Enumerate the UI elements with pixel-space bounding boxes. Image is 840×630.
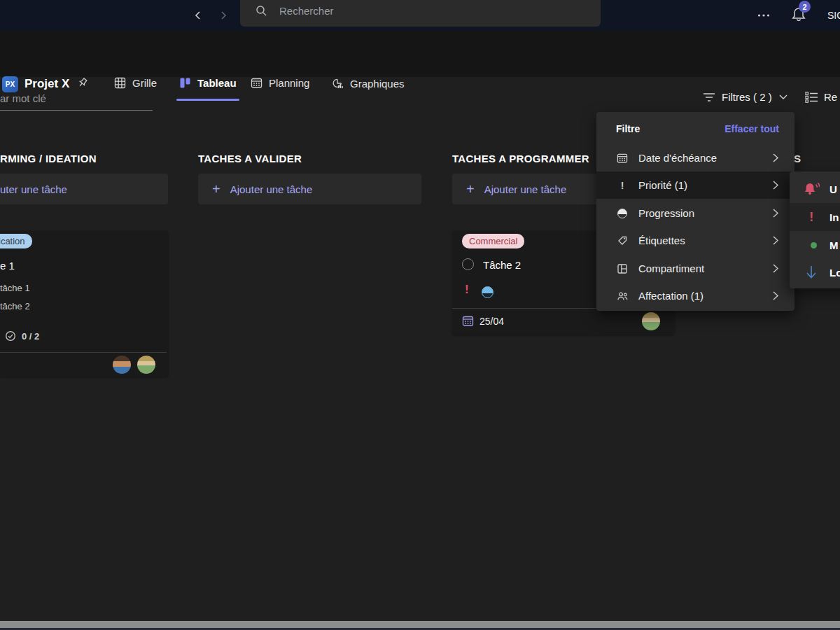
priority-option-low[interactable]: Lo	[790, 258, 840, 286]
column-title-partial: S	[794, 153, 801, 164]
people-icon	[616, 290, 629, 302]
more-options-icon[interactable]	[755, 6, 773, 24]
check-circle-icon	[5, 330, 16, 342]
board-icon	[179, 77, 191, 89]
app-window: 2 SIG PX Projet X Grille	[0, 0, 840, 630]
grid-icon	[114, 77, 126, 89]
filter-item-progress[interactable]: Progression	[596, 200, 794, 227]
checklist-progress: 0 / 2	[5, 330, 39, 342]
chart-icon	[331, 77, 344, 90]
add-task-button-col1[interactable]: uter une tâche	[0, 174, 168, 204]
checklist-progress-count: 0 / 2	[22, 331, 39, 342]
group-list-icon	[805, 92, 818, 103]
chevron-right-icon	[772, 235, 779, 246]
filter-item-label: Progression	[638, 207, 694, 219]
priority-option-label: Lo	[830, 267, 840, 279]
pin-icon[interactable]	[77, 77, 90, 90]
priority-option-urgent[interactable]: U	[790, 175, 840, 203]
filter-item-label: Compartiment	[638, 262, 704, 274]
due-date-value: 25/04	[479, 316, 504, 327]
active-tab-underline	[176, 99, 239, 101]
in-progress-icon	[482, 286, 493, 298]
exclamation-icon: !	[616, 180, 629, 191]
plus-icon: +	[466, 182, 475, 196]
tab-tableau[interactable]: Tableau	[179, 77, 237, 89]
clear-all-link[interactable]: Effacer tout	[724, 123, 779, 134]
group-by-label: Re	[824, 91, 837, 103]
filter-item-bucket[interactable]: Compartiment	[596, 255, 794, 282]
low-arrow-icon	[805, 265, 818, 280]
add-task-button-col2[interactable]: + Ajouter une tâche	[198, 174, 421, 204]
add-task-label: Ajouter une tâche	[484, 183, 567, 195]
filter-item-priority[interactable]: ! Priorité (1)	[596, 172, 794, 199]
plus-icon: +	[212, 182, 220, 196]
avatar[interactable]	[137, 356, 155, 374]
checklist-item[interactable]: tâche 1	[0, 283, 30, 293]
avatar[interactable]	[113, 356, 131, 374]
half-circle-icon	[616, 209, 629, 218]
priority-option-important[interactable]: ! In	[790, 203, 840, 231]
filter-item-labels[interactable]: Étiquettes	[596, 227, 794, 254]
tab-graphiques-label: Graphiques	[350, 78, 405, 90]
forward-icon[interactable]	[214, 6, 232, 24]
tab-grille-label: Grille	[132, 77, 157, 89]
account-label[interactable]: SIG	[827, 10, 840, 21]
search-input[interactable]	[278, 4, 582, 18]
filter-panel-title: Filtre	[616, 123, 640, 134]
filters-button[interactable]: Filtres ( 2 )	[703, 91, 788, 103]
due-date: 25/04	[462, 315, 504, 327]
global-search-bar[interactable]	[240, 0, 601, 27]
back-icon[interactable]	[189, 6, 207, 24]
tab-planning[interactable]: Planning	[251, 77, 309, 89]
label-pill-pink[interactable]: Commercial	[462, 234, 524, 248]
filter-item-due-date[interactable]: Date d'échéance	[596, 144, 794, 172]
tab-grille[interactable]: Grille	[114, 77, 157, 89]
filter-panel: Filtre Effacer tout Date d'échéance ! Pr…	[596, 112, 794, 311]
filter-item-label: Date d'échéance	[638, 152, 717, 164]
column-title-a-valider: TACHES A VALIDER	[198, 153, 302, 164]
task-title[interactable]: Tâche 2	[483, 259, 521, 271]
urgent-bell-icon	[803, 181, 820, 197]
chevron-right-icon	[772, 153, 779, 163]
card-divider	[0, 352, 167, 353]
important-priority-icon: !	[465, 283, 469, 297]
chevron-right-icon	[772, 180, 779, 190]
filters-label: Filtres ( 2 )	[722, 91, 772, 103]
due-calendar-icon	[462, 315, 474, 327]
avatar[interactable]	[642, 312, 660, 330]
teams-top-bar: 2 SIG	[0, 0, 840, 31]
group-by-button[interactable]: Re	[805, 91, 837, 103]
medium-dot-icon	[811, 242, 817, 248]
priority-option-label: M	[830, 239, 839, 251]
calendar-icon	[251, 77, 262, 89]
add-task-label: Ajouter une tâche	[230, 183, 313, 195]
add-task-label: uter une tâche	[0, 183, 67, 195]
important-exclamation-icon: !	[809, 209, 813, 225]
column-title-a-programmer: TACHES A PROGRAMMER	[452, 153, 589, 164]
priority-option-label: U	[830, 183, 837, 195]
task-title[interactable]: e 1	[0, 260, 15, 272]
notification-count-badge: 2	[799, 1, 811, 13]
priority-option-medium[interactable]: M	[790, 231, 840, 259]
filter-item-assignment[interactable]: Affectation (1)	[596, 282, 794, 309]
keyword-filter-input[interactable]	[0, 90, 153, 111]
search-icon	[255, 5, 267, 17]
checklist-item[interactable]: tâche 2	[0, 301, 30, 312]
planner-header: PX Projet X Grille	[0, 31, 840, 77]
filter-funnel-icon	[703, 92, 715, 102]
complete-task-circle[interactable]	[462, 258, 474, 270]
chevron-right-icon	[772, 208, 779, 218]
priority-option-label: In	[830, 211, 839, 223]
label-pill-blue[interactable]: ication	[0, 234, 32, 248]
priority-submenu: U ! In M Lo	[790, 172, 840, 288]
filter-item-label: Affectation (1)	[638, 290, 704, 302]
tag-icon	[616, 235, 629, 246]
tab-graphiques[interactable]: Graphiques	[331, 77, 405, 90]
filter-item-label: Étiquettes	[638, 234, 685, 246]
calendar-icon	[616, 153, 629, 164]
task-card-1[interactable]: ication e 1 tâche 1 tâche 2 0 / 2	[0, 231, 168, 377]
chevron-right-icon	[772, 290, 779, 301]
horizontal-scrollbar[interactable]	[0, 621, 840, 628]
tab-planning-label: Planning	[269, 77, 309, 89]
bucket-icon	[616, 263, 629, 274]
